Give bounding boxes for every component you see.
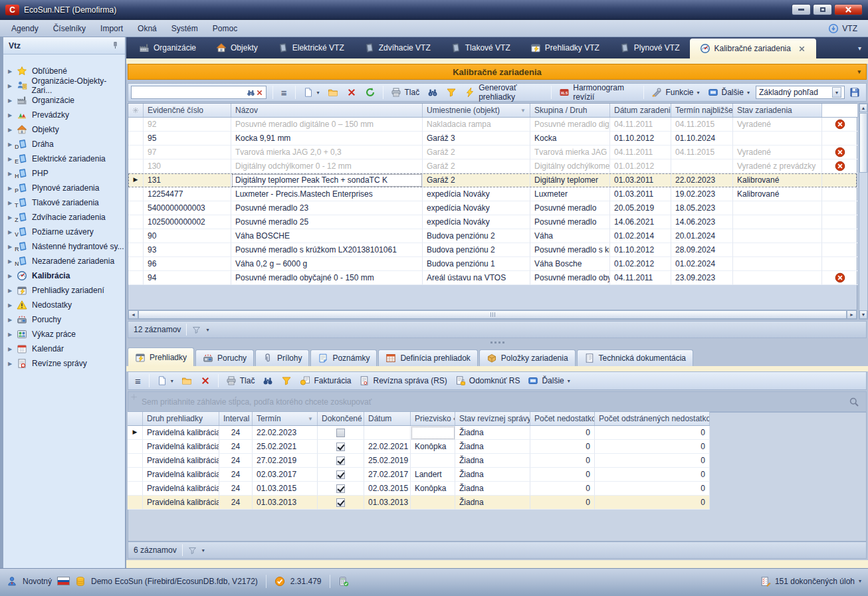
generate-inspections-button[interactable]: Generovať prehliadky — [461, 81, 547, 104]
detail-filter-button[interactable] — [278, 373, 295, 388]
sidebar-item-objekty[interactable]: ▶Objekty — [3, 122, 125, 137]
done-checkbox[interactable] — [336, 484, 345, 493]
column-header[interactable]: Stav zariadenia — [733, 104, 822, 117]
horizontal-scrollbar[interactable]: ◄► — [128, 310, 857, 320]
sidebar-item-nezaradene-zariadenia[interactable]: ▶NNezaradené zariadenia — [3, 254, 125, 268]
sidebar-item-poruchy[interactable]: ▶Poruchy — [3, 312, 125, 327]
detail-tab-prilohy[interactable]: Prílohy — [255, 349, 309, 366]
restore-button[interactable] — [813, 4, 832, 15]
detail-print-button[interactable]: Tlač — [223, 373, 259, 388]
vertical-scrollbar[interactable]: ▲▼ — [859, 103, 868, 320]
device-row-131[interactable]: ▶131Digitálny teplomer Peak Tech + sonda… — [128, 173, 857, 187]
functions-button[interactable]: Funkcie▾ — [648, 85, 703, 100]
sidebar-item-php[interactable]: ▶HPHP — [3, 166, 125, 181]
open-record-button[interactable] — [324, 85, 342, 100]
detail-tab-polozky-zariadenia[interactable]: Položky zariadenia — [479, 349, 576, 366]
expand-arrow-icon[interactable]: ▶ — [3, 68, 17, 74]
detail-tab-technicka-dokumentacia[interactable]: Technická dokumentácia — [577, 349, 693, 366]
sidebar-item-vykaz-prace[interactable]: ▶Výkaz práce — [3, 327, 125, 342]
more-button[interactable]: Ďalšie▾ — [705, 85, 753, 100]
sidebar-item-kalibracia[interactable]: ▶Kalibrácia — [3, 268, 125, 283]
inspection-row-2[interactable]: Pravidelná kalibrácia2425.02.202122.02.2… — [128, 440, 710, 454]
tab-elektricke-vtz[interactable]: Elektrické VTZ — [268, 37, 354, 58]
column-header[interactable]: Evidenčné číslo — [144, 104, 231, 117]
menu-item-import[interactable]: Import — [93, 21, 130, 36]
column-header[interactable]: Dátum zaradenia — [610, 104, 671, 117]
filter-caret[interactable]: ▾ — [202, 547, 205, 553]
print-button[interactable]: Tlač — [387, 85, 423, 100]
refresh-button[interactable] — [362, 85, 379, 100]
expand-arrow-icon[interactable]: ▶ — [3, 346, 17, 352]
sidebar-item-organizacie-objekty-zari[interactable]: ▶Organizácie-Objekty-Zari... — [3, 78, 125, 93]
device-row-96[interactable]: 96Váha 0,2 g – 6000 gBudova penziónu 1Vá… — [128, 257, 857, 271]
column-header[interactable]: Umiestnenie (objekt)▼ — [423, 104, 530, 117]
device-row-93[interactable]: 93Posuvné meradlo s krúžkom LX2013810106… — [128, 243, 857, 257]
delete-record-button[interactable] — [343, 85, 360, 100]
new-record-button[interactable]: ▾ — [300, 85, 323, 100]
device-row-90[interactable]: 90Váha BOSCHEBudova penziónu 2Váha01.02.… — [128, 229, 857, 243]
filter-funnel-icon[interactable] — [188, 546, 197, 555]
filter-caret[interactable]: ▾ — [206, 327, 209, 333]
done-checkbox[interactable] — [336, 498, 345, 507]
done-checkbox[interactable] — [336, 456, 345, 465]
column-header[interactable]: Interval — [219, 412, 253, 425]
sidebar-item-nedostatky[interactable]: ▶Nedostatky — [3, 298, 125, 312]
sidebar-item-tlakove-zariadenia[interactable]: ▶TTlakové zariadenia — [3, 195, 125, 210]
sidebar-item-organizacie[interactable]: ▶Organizácie — [3, 93, 125, 108]
inspection-row-6[interactable]: Pravidelná kalibrácia2401.03.201301.03.2… — [128, 496, 710, 510]
expand-arrow-icon[interactable]: ▶ — [3, 288, 17, 294]
expand-arrow-icon[interactable]: ▶ — [3, 302, 17, 308]
menu-item-okna[interactable]: Okná — [130, 21, 164, 36]
calculator-icon[interactable] — [338, 576, 349, 587]
gear-icon[interactable] — [132, 107, 139, 114]
expand-arrow-icon[interactable]: ▶ — [3, 112, 17, 118]
column-header[interactable]: Termín▼ — [253, 412, 318, 425]
column-header[interactable]: Stav revíznej správy — [455, 412, 530, 425]
device-row-5400000000003[interactable]: 5400000000003Posuvné meradlo 23expedícia… — [128, 201, 857, 215]
tab-prehliadky-vtz[interactable]: Prehliadky VTZ — [520, 37, 609, 58]
pane-splitter[interactable] — [128, 338, 867, 347]
done-checkbox[interactable] — [336, 470, 345, 479]
view-selector-caret[interactable]: ▾ — [832, 87, 841, 98]
detail-open-button[interactable] — [178, 373, 195, 388]
search-binoculars-icon[interactable] — [247, 88, 255, 97]
column-header[interactable]: Dátum — [364, 412, 411, 425]
sidebar-item-plynove-zariadenia[interactable]: ▶PPlynové zariadenia — [3, 181, 125, 195]
minimize-button[interactable] — [792, 4, 811, 15]
column-header[interactable]: Počet nedostatkov — [530, 412, 595, 425]
language-flag-icon[interactable] — [57, 577, 70, 585]
column-header[interactable]: Počet odstránených nedostatkov — [595, 412, 710, 425]
device-row-97[interactable]: 97Tvarová mierka JAG 2,0 + 0,3Garáž 2Tva… — [128, 146, 857, 159]
inspection-row-5[interactable]: Pravidelná kalibrácia2401.03.201502.03.2… — [128, 482, 710, 496]
revision-schedule-button[interactable]: XLSHarmonogram revízií — [556, 81, 639, 104]
sidebar-item-revizne-spravy[interactable]: ▶Revízne správy — [3, 356, 125, 371]
inspection-row-1[interactable]: ▶Pravidelná kalibrácia2422.02.2023Žiadna… — [128, 426, 710, 440]
tasks-status[interactable]: 151 dokončených úloh ▾ — [760, 576, 861, 587]
tab-tlakove-vtz[interactable]: Tlakové VTZ — [441, 37, 520, 58]
sidebar-item-elektricke-zariadenia[interactable]: ▶EElektrické zariadenia — [3, 151, 125, 166]
detail-more-button[interactable]: Ďalšie▾ — [524, 373, 573, 388]
tab-objekty[interactable]: Objekty — [206, 37, 268, 58]
pin-icon[interactable] — [111, 41, 120, 50]
device-row-92[interactable]: 92Posuvné meradlo digitálne 0 – 150 mmNa… — [128, 118, 857, 132]
column-header[interactable]: Termín najbližšej ... — [671, 104, 733, 117]
expand-arrow-icon[interactable]: ▶ — [3, 361, 17, 367]
search-input[interactable] — [134, 88, 247, 97]
tabstrip-overflow-caret[interactable]: ▾ — [858, 45, 861, 52]
close-button[interactable] — [834, 4, 863, 15]
done-checkbox[interactable] — [336, 429, 345, 437]
groupby-bar[interactable]: Sem pritiahnite záhlavie stĺpca, podľa k… — [128, 391, 867, 412]
column-header[interactable]: Skupina / Druh — [530, 104, 610, 117]
sidebar-item-nastenne-hydrantove-sy[interactable]: ▶RNástenné hydrantové sy... — [3, 239, 125, 254]
detail-tab-poznamky[interactable]: Poznámky — [310, 349, 377, 366]
unlock-report-button[interactable]: Odomknúť RS — [452, 373, 524, 388]
menu-item-agendy[interactable]: Agendy — [4, 21, 46, 36]
device-row-1025000000002[interactable]: 1025000000002Posuvné meradlo 25expedícia… — [128, 215, 857, 229]
menu-item-ciselniky[interactable]: Číselníky — [46, 21, 93, 36]
column-header[interactable]: Priezvisko «... — [411, 412, 455, 425]
tasks-caret[interactable]: ▾ — [859, 578, 861, 584]
search-clear-icon[interactable] — [255, 88, 264, 97]
detail-find-button[interactable] — [259, 373, 276, 388]
inspection-row-4[interactable]: Pravidelná kalibrácia2402.03.201727.02.2… — [128, 468, 710, 482]
layout-menu-button[interactable]: ≡ — [277, 87, 291, 98]
